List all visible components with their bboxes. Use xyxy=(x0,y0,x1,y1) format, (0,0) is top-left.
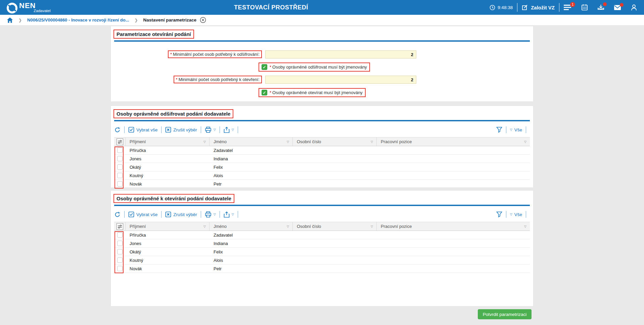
table-row[interactable]: Koutný Alois xyxy=(114,256,530,265)
home-icon[interactable] xyxy=(7,17,13,23)
print-button[interactable]: ▽ xyxy=(205,127,216,133)
inbox-badge xyxy=(603,2,607,6)
clear-selection-button[interactable]: Zrušit výběr xyxy=(165,211,197,217)
filter-caret-icon[interactable]: ▽ xyxy=(524,140,526,144)
filter-icon[interactable] xyxy=(496,211,502,217)
create-vz-icon[interactable] xyxy=(522,4,528,11)
column-header-prijmeni[interactable]: Příjmení▽ xyxy=(126,222,210,231)
persons-table: Příjmení▽ Jméno▽ Osobní číslo▽ Pracovní … xyxy=(114,137,530,188)
cell-jmeno: Felix xyxy=(210,165,293,170)
row-checkbox[interactable] xyxy=(117,173,123,178)
cell-prijmeni: Jones xyxy=(126,156,210,161)
cell-prijmeni: Novák xyxy=(126,181,210,187)
table-row[interactable]: Okátý Felix xyxy=(114,248,530,256)
column-header-pracovni-pozice[interactable]: Pracovní pozice▽ xyxy=(377,222,530,231)
select-all-button[interactable]: Vybrat vše xyxy=(128,211,157,217)
clear-selection-button[interactable]: Zrušit výběr xyxy=(165,127,197,133)
filter-scope-dropdown[interactable]: ▽Vše xyxy=(510,212,522,217)
refresh-button[interactable] xyxy=(114,211,121,218)
clock-icon xyxy=(490,5,495,10)
table-row[interactable]: Koutný Alois xyxy=(114,171,530,180)
checkbox-decrypt-named[interactable]: ✓ *Osoby oprávněné odšifrovat musí být j… xyxy=(259,63,370,72)
parametrization-section: Parametrizace otevírání podání * Minimál… xyxy=(111,26,533,101)
close-tab-icon[interactable] xyxy=(200,17,206,23)
filter-caret-icon[interactable]: ▽ xyxy=(203,225,206,228)
filter-caret-icon[interactable]: ▽ xyxy=(371,140,373,144)
mail-badge xyxy=(620,3,624,7)
column-header-prijmeni[interactable]: Příjmení▽ xyxy=(126,137,210,146)
field-label-min-open: * Minimální počet osob potřebný k otevře… xyxy=(174,76,262,83)
decrypt-persons-section: Osoby oprávněné odšifrovat podání dodava… xyxy=(111,106,533,188)
checkbox-label: *Osoby oprávněné odšifrovat musí být jme… xyxy=(270,65,367,70)
checkbox-open-named[interactable]: ✓ *Osoby oprávněné otevírat musí být jme… xyxy=(259,88,366,97)
section-title-decrypt-persons: Osoby oprávněné odšifrovat podání dodava… xyxy=(113,109,233,118)
column-chooser-icon[interactable] xyxy=(117,138,123,145)
column-header-jmeno[interactable]: Jméno▽ xyxy=(210,222,293,231)
section-divider xyxy=(114,120,530,121)
row-checkbox[interactable] xyxy=(117,164,123,170)
create-vz-button[interactable]: Založit VZ xyxy=(531,5,555,10)
filter-scope-dropdown[interactable]: ▽Vše xyxy=(510,127,522,132)
required-marker: * xyxy=(170,52,172,57)
filter-caret-icon[interactable]: ▽ xyxy=(287,225,289,228)
min-persons-decrypt-input[interactable] xyxy=(265,50,416,58)
checkbox-checked-icon[interactable]: ✓ xyxy=(262,64,267,70)
cell-prijmeni: Příručka xyxy=(126,233,210,238)
export-button[interactable]: ▽ xyxy=(224,211,234,218)
print-button[interactable]: ▽ xyxy=(205,211,216,218)
filter-caret-icon[interactable]: ▽ xyxy=(371,225,373,228)
row-checkbox[interactable] xyxy=(117,266,123,271)
breadcrumb-current-page: Nastavení parametrizace xyxy=(143,17,196,23)
export-button[interactable]: ▽ xyxy=(224,127,234,133)
menu-icon[interactable]: 1 xyxy=(564,4,572,10)
table-row[interactable]: Okátý Felix xyxy=(114,163,530,171)
select-all-button[interactable]: Vybrat vše xyxy=(128,127,157,133)
row-checkbox[interactable] xyxy=(117,148,123,153)
table-row[interactable]: Novák Petr xyxy=(114,180,530,188)
column-chooser-icon[interactable] xyxy=(117,223,123,230)
column-header-pracovni-pozice[interactable]: Pracovní pozice▽ xyxy=(377,137,530,146)
section-title-parametrizace: Parametrizace otevírání podání xyxy=(113,30,194,39)
table-row[interactable]: Novák Petr xyxy=(114,265,530,273)
inbox-icon[interactable] xyxy=(597,4,604,11)
column-header-osobni-cislo[interactable]: Osobní číslo▽ xyxy=(293,222,377,231)
row-checkbox[interactable] xyxy=(117,181,123,187)
top-header-bar: NEN Zadavatel TESTOVACÍ PROSTŘEDÍ 9:48:3… xyxy=(0,0,644,15)
section-title-open-persons: Osoby oprávněné k otevírání podání dodav… xyxy=(113,194,234,203)
table-row[interactable]: Příručka Zadavatel xyxy=(114,146,530,155)
min-persons-open-input[interactable] xyxy=(265,76,416,84)
table-toolbar: Vybrat vše Zrušit výběr ▽ ▽ ▽Vše xyxy=(114,126,530,134)
table-row[interactable]: Příručka Zadavatel xyxy=(114,231,530,239)
column-header-osobni-cislo[interactable]: Osobní číslo▽ xyxy=(293,137,377,146)
table-header-row: Příjmení▽ Jméno▽ Osobní číslo▽ Pracovní … xyxy=(114,137,530,146)
table-header-row: Příjmení▽ Jméno▽ Osobní číslo▽ Pracovní … xyxy=(114,222,530,231)
cell-jmeno: Petr xyxy=(210,181,293,187)
cell-prijmeni: Novák xyxy=(126,266,210,271)
row-checkbox[interactable] xyxy=(117,156,123,161)
row-checkbox[interactable] xyxy=(117,249,123,254)
calendar-icon[interactable] xyxy=(581,4,588,11)
table-row[interactable]: Jones Indiana xyxy=(114,239,530,248)
refresh-button[interactable] xyxy=(114,127,121,133)
nen-logo[interactable] xyxy=(5,1,19,14)
table-row[interactable]: Jones Indiana xyxy=(114,155,530,163)
column-header-jmeno[interactable]: Jméno▽ xyxy=(210,137,293,146)
row-checkbox[interactable] xyxy=(117,241,123,246)
filter-caret-icon[interactable]: ▽ xyxy=(524,225,526,228)
mail-icon[interactable] xyxy=(614,5,621,10)
field-label-min-decrypt: * Minimální počet osob potřebný k odšifr… xyxy=(168,50,262,58)
open-persons-section: Osoby oprávněné k otevírání podání dodav… xyxy=(111,191,533,306)
table-toolbar: Vybrat vše Zrušit výběr ▽ ▽ ▽Vše xyxy=(114,210,530,218)
checkbox-checked-icon[interactable]: ✓ xyxy=(262,90,267,95)
persons-table: Příjmení▽ Jméno▽ Osobní číslo▽ Pracovní … xyxy=(114,222,530,273)
confirm-parametrization-button[interactable]: Potvrdit parametrizaci xyxy=(478,309,532,319)
row-checkbox[interactable] xyxy=(117,232,123,238)
row-checkbox[interactable] xyxy=(117,257,123,263)
filter-icon[interactable] xyxy=(496,127,502,133)
user-icon[interactable] xyxy=(631,4,637,11)
cell-prijmeni: Koutný xyxy=(126,258,210,263)
breadcrumb-contract-link[interactable]: N006/25/V00004860 - Inovace v rozvoji ří… xyxy=(27,17,129,23)
filter-caret-icon[interactable]: ▽ xyxy=(287,140,289,144)
chevron-right-icon: ❯ xyxy=(135,18,138,23)
filter-caret-icon[interactable]: ▽ xyxy=(203,140,206,144)
